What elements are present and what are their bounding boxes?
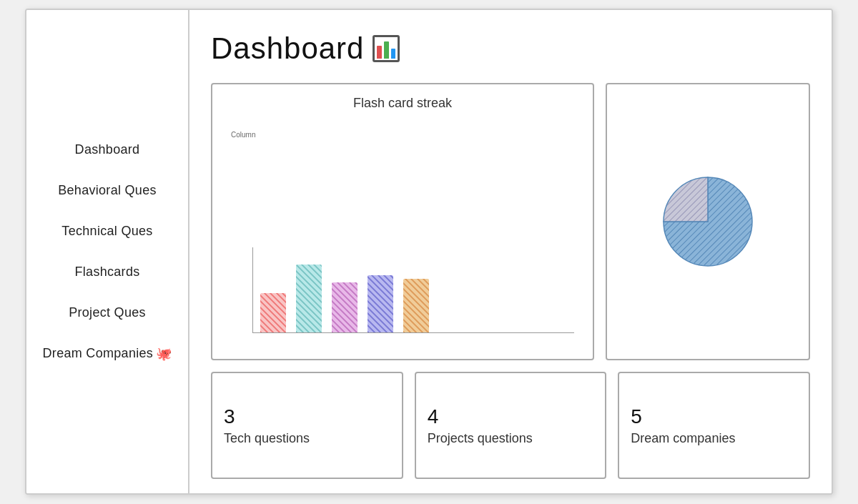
sidebar-item-flashcards[interactable]: Flashcards <box>26 260 188 284</box>
sidebar-item-behavioral-ques[interactable]: Behavioral Ques <box>26 179 188 202</box>
stat-projects-label: Projects questions <box>428 431 594 446</box>
main-content: Dashboard Flash card streak Column <box>189 10 832 493</box>
streak-chart-title: Flash card streak <box>224 96 581 111</box>
bar-3 <box>332 282 358 332</box>
dashboard-chart-icon <box>373 35 400 62</box>
icon-bar-red <box>377 46 382 59</box>
chart-column-label: Column <box>231 131 255 139</box>
bars-container <box>252 247 574 333</box>
stat-dream-number: 5 <box>631 405 797 428</box>
chart-area: Column <box>224 117 581 347</box>
stat-projects-number: 4 <box>428 405 594 428</box>
bar-2 <box>296 265 322 332</box>
page-title-area: Dashboard <box>211 31 810 66</box>
pie-chart-card <box>606 83 810 360</box>
stat-tech-label: Tech questions <box>224 431 390 446</box>
pie-chart-svg <box>658 172 758 272</box>
dream-companies-emoji: 🐙 <box>156 346 172 362</box>
stat-card-projects: 4 Projects questions <box>415 372 607 479</box>
stat-card-dream: 5 Dream companies <box>618 372 810 479</box>
sidebar-item-dream-companies[interactable]: Dream Companies 🐙 <box>26 342 188 366</box>
page-title: Dashboard <box>211 31 364 66</box>
bar-1 <box>260 293 286 332</box>
stat-dream-label: Dream companies <box>631 431 797 446</box>
bottom-row: 3 Tech questions 4 Projects questions 5 … <box>211 372 810 479</box>
stat-card-tech: 3 Tech questions <box>211 372 403 479</box>
dream-companies-label: Dream Companies <box>43 346 154 361</box>
sidebar-item-technical-ques[interactable]: Technical Ques <box>26 219 188 243</box>
sidebar-item-dashboard[interactable]: Dashboard <box>26 138 188 162</box>
bar-4 <box>368 275 393 332</box>
icon-bar-blue <box>391 49 396 59</box>
top-row: Flash card streak Column <box>211 83 810 360</box>
outer-frame: Dashboard Behavioral Ques Technical Ques… <box>25 9 833 495</box>
stat-tech-number: 3 <box>224 405 390 428</box>
streak-chart-card: Flash card streak Column <box>211 83 594 360</box>
bar-5 <box>403 279 429 332</box>
sidebar-item-project-ques[interactable]: Project Ques <box>26 301 188 325</box>
sidebar: Dashboard Behavioral Ques Technical Ques… <box>26 10 189 493</box>
icon-bar-green <box>384 41 389 59</box>
